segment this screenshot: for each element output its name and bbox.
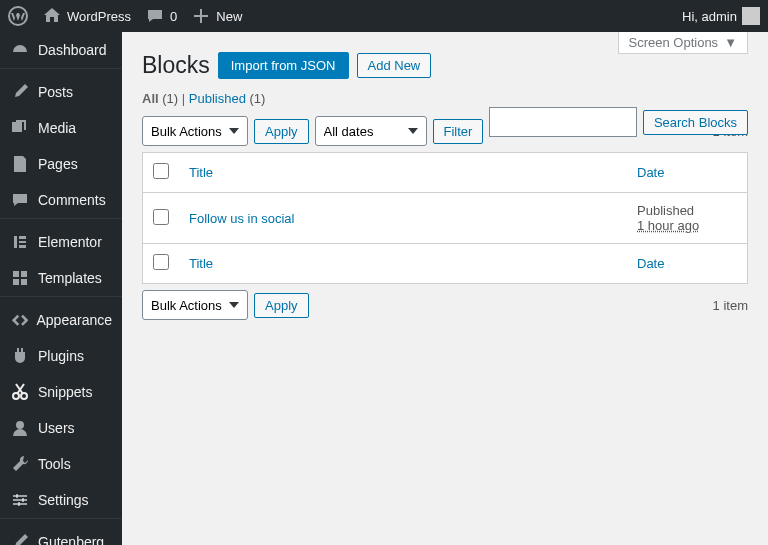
sidebar-item-comments[interactable]: Comments [0, 182, 122, 218]
screen-options-tab[interactable]: Screen Options▼ [618, 32, 748, 54]
sidebar-item-dashboard[interactable]: Dashboard [0, 32, 122, 68]
sidebar-item-gutenberg[interactable]: Gutenberg [0, 524, 122, 545]
page-header: Blocks Import from JSON Add New [142, 52, 748, 79]
new-link[interactable]: New [191, 6, 242, 26]
sidebar-separator [0, 68, 122, 69]
column-date-footer[interactable]: Date [627, 243, 747, 283]
column-title-link[interactable]: Title [189, 256, 213, 271]
blocks-table: Title Date Follow us in social Published… [142, 152, 748, 284]
sidebar-item-pages[interactable]: Pages [0, 146, 122, 182]
bulk-actions-select-top[interactable]: Bulk Actions [142, 116, 248, 146]
tools-icon [10, 454, 30, 474]
sidebar-label: Pages [38, 156, 78, 172]
account-link[interactable]: Hi, admin [682, 7, 760, 25]
row-title-cell: Follow us in social [179, 193, 627, 243]
filter-all-count: (1) [162, 91, 178, 106]
tablenav-top-left: Bulk Actions Apply All dates Filter [142, 116, 483, 146]
date-filter-select[interactable]: All dates [315, 116, 427, 146]
search-input[interactable] [489, 107, 637, 137]
admin-bar: WordPress 0 New Hi, admin [0, 0, 768, 32]
row-date-cell: Published1 hour ago [627, 193, 747, 243]
svg-rect-1 [14, 236, 17, 248]
column-title-header[interactable]: Title [179, 153, 627, 193]
column-date-header[interactable]: Date [627, 153, 747, 193]
column-title-footer[interactable]: Title [179, 243, 627, 283]
svg-rect-8 [13, 495, 27, 497]
sidebar-separator [0, 218, 122, 219]
tablenav-bottom-left: Bulk Actions Apply [142, 290, 309, 320]
snippets-icon [10, 382, 30, 402]
bulk-actions-select-bottom[interactable]: Bulk Actions [142, 290, 248, 320]
row-title-link[interactable]: Follow us in social [189, 211, 295, 226]
elementor-icon [10, 232, 30, 252]
pages-icon [10, 154, 30, 174]
sidebar-item-appearance[interactable]: Appearance [0, 302, 122, 338]
sidebar-item-snippets[interactable]: Snippets [0, 374, 122, 410]
sidebar-label: Settings [38, 492, 89, 508]
greeting: Hi, admin [682, 9, 737, 24]
sidebar-separator [0, 518, 122, 519]
screen-options-label: Screen Options [629, 35, 719, 50]
select-all-header [143, 153, 179, 193]
filter-published-label: Published [189, 91, 246, 106]
sidebar-label: Tools [38, 456, 71, 472]
sidebar-item-elementor[interactable]: Elementor [0, 224, 122, 260]
sidebar-label: Plugins [38, 348, 84, 364]
row-check-cell [143, 193, 179, 243]
sidebar-label: Templates [38, 270, 102, 286]
column-date-link[interactable]: Date [637, 256, 664, 271]
sidebar-label: Elementor [38, 234, 102, 250]
row-checkbox[interactable] [153, 209, 169, 225]
sidebar-item-media[interactable]: Media [0, 110, 122, 146]
wp-logo-icon[interactable] [8, 6, 28, 26]
table-row: Follow us in social Published1 hour ago [143, 193, 747, 243]
admin-bar-right: Hi, admin [682, 7, 760, 25]
svg-rect-3 [19, 241, 26, 243]
filter-published[interactable]: Published [189, 91, 246, 106]
page-title: Blocks [142, 52, 210, 79]
row-status: Published [637, 203, 694, 218]
select-all-checkbox-top[interactable] [153, 163, 169, 179]
sidebar-label: Snippets [38, 384, 92, 400]
new-label: New [216, 9, 242, 24]
svg-rect-13 [18, 502, 20, 506]
sidebar-label: Dashboard [38, 42, 107, 58]
posts-icon [10, 82, 30, 102]
filter-button[interactable]: Filter [433, 119, 484, 144]
svg-rect-12 [22, 498, 24, 502]
admin-bar-left: WordPress 0 New [8, 6, 242, 26]
column-title-link[interactable]: Title [189, 165, 213, 180]
sidebar-item-users[interactable]: Users [0, 410, 122, 446]
sidebar-separator [0, 296, 122, 297]
plugins-icon [10, 346, 30, 366]
select-all-checkbox-bottom[interactable] [153, 254, 169, 270]
add-new-button[interactable]: Add New [357, 53, 432, 78]
view-filters: All (1) | Published (1) [142, 91, 748, 106]
select-all-footer [143, 243, 179, 283]
sidebar-item-settings[interactable]: Settings [0, 482, 122, 518]
sidebar-item-plugins[interactable]: Plugins [0, 338, 122, 374]
gutenberg-icon [10, 532, 30, 545]
sidebar-item-templates[interactable]: Templates [0, 260, 122, 296]
apply-button-top[interactable]: Apply [254, 119, 309, 144]
site-link[interactable]: WordPress [42, 6, 131, 26]
sidebar-label: Media [38, 120, 76, 136]
media-icon [10, 118, 30, 138]
sidebar-label: Posts [38, 84, 73, 100]
search-button[interactable]: Search Blocks [643, 110, 748, 135]
comments-link[interactable]: 0 [145, 6, 177, 26]
import-json-button[interactable]: Import from JSON [218, 52, 349, 79]
templates-icon [10, 268, 30, 288]
users-icon [10, 418, 30, 438]
sidebar-label: Gutenberg [38, 534, 104, 545]
svg-rect-11 [16, 494, 18, 498]
admin-sidebar: Dashboard Posts Media Pages Comments Ele… [0, 32, 122, 545]
settings-icon [10, 490, 30, 510]
filter-all[interactable]: All (1) [142, 91, 178, 106]
sidebar-item-tools[interactable]: Tools [0, 446, 122, 482]
sidebar-item-posts[interactable]: Posts [0, 74, 122, 110]
apply-button-bottom[interactable]: Apply [254, 293, 309, 318]
column-date-link[interactable]: Date [637, 165, 664, 180]
svg-point-7 [16, 421, 24, 429]
svg-rect-4 [19, 245, 26, 248]
